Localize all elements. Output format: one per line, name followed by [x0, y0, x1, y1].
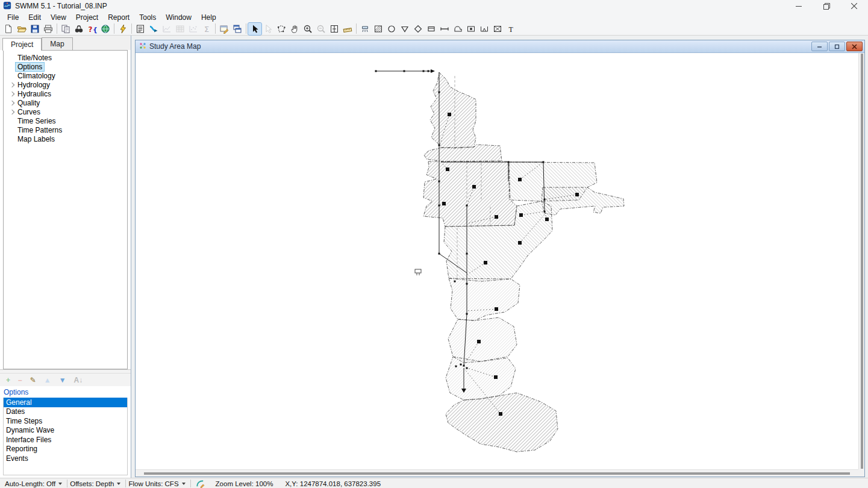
junction-node[interactable]: [508, 161, 510, 163]
subcatchment-centroid-node[interactable]: [495, 307, 498, 311]
options-item-interface-files[interactable]: Interface Files: [4, 435, 127, 445]
subcatchment-centroid-node[interactable]: [442, 202, 446, 205]
profile-plot-button[interactable]: [147, 23, 160, 35]
copy-button[interactable]: [59, 23, 72, 35]
add-label-button[interactable]: T: [504, 23, 517, 35]
add-pump-button[interactable]: [451, 23, 464, 35]
offsets-selector[interactable]: Offsets: Depth: [67, 478, 125, 488]
flow-units-selector[interactable]: Flow Units: CFS: [126, 478, 190, 488]
junction-node[interactable]: [439, 253, 440, 255]
restore-button[interactable]: [813, 0, 840, 12]
print-button[interactable]: [42, 23, 55, 35]
minimize-button[interactable]: [785, 0, 813, 12]
subcatchment-centroid-node[interactable]: [495, 215, 498, 219]
subcatchment-polygon[interactable]: [446, 357, 516, 400]
tree-item-quality[interactable]: Quality: [4, 98, 127, 107]
expand-chevron-icon[interactable]: [8, 108, 16, 116]
arrange-windows-button[interactable]: [231, 23, 244, 35]
edit-item-button[interactable]: ✎: [30, 376, 36, 384]
study-area-map-canvas[interactable]: [136, 53, 858, 469]
subcatchment-polygon[interactable]: [430, 72, 476, 148]
tree-item-hydraulics[interactable]: Hydraulics: [4, 89, 127, 98]
menu-tools[interactable]: Tools: [134, 13, 161, 22]
options-item-general[interactable]: General: [4, 398, 127, 407]
options-item-dynamic-wave[interactable]: Dynamic Wave: [4, 426, 127, 436]
expand-chevron-icon[interactable]: [8, 81, 16, 89]
map-minimize-button[interactable]: [811, 42, 828, 51]
add-weir-button[interactable]: [478, 23, 491, 35]
junction-node[interactable]: [466, 368, 468, 369]
add-outlet-button[interactable]: [491, 23, 504, 35]
junction-node[interactable]: [439, 92, 440, 93]
add-storage-unit-button[interactable]: [425, 23, 438, 35]
menu-view[interactable]: View: [46, 13, 71, 22]
map-horizontal-scrollbar[interactable]: [136, 469, 858, 477]
full-extent-button[interactable]: [328, 23, 341, 35]
add-outfall-button[interactable]: [398, 23, 411, 35]
subcatchment-centroid-node[interactable]: [484, 261, 487, 264]
select-region-button[interactable]: [275, 23, 288, 35]
junction-node[interactable]: [439, 145, 440, 146]
junction-node[interactable]: [543, 161, 545, 163]
tree-item-curves[interactable]: Curves: [4, 107, 127, 116]
map-options-button[interactable]: [217, 23, 231, 35]
subcatchment-polygon[interactable]: [423, 161, 517, 227]
rain-gage-symbol[interactable]: [415, 269, 421, 275]
query-map-button[interactable]: ?{: [86, 23, 99, 35]
tree-item-hydrology[interactable]: Hydrology: [4, 80, 127, 89]
subcatchment-centroid-node[interactable]: [519, 213, 523, 217]
close-button[interactable]: [840, 0, 868, 12]
junction-node[interactable]: [439, 205, 440, 207]
menu-report[interactable]: Report: [103, 13, 134, 22]
map-restore-button[interactable]: [829, 42, 845, 51]
subcatchment-polygon[interactable]: [448, 318, 517, 363]
subcatchment-centroid-node[interactable]: [446, 167, 449, 171]
options-item-reporting[interactable]: Reporting: [4, 445, 127, 454]
map-window-title-bar[interactable]: Study Area Map: [136, 40, 864, 53]
select-object-button[interactable]: [248, 23, 261, 35]
tree-item-map-labels[interactable]: Map Labels: [4, 134, 127, 143]
subcatchment-centroid-node[interactable]: [472, 185, 476, 189]
overview-map-button[interactable]: [99, 23, 112, 35]
find-object-button[interactable]: [72, 23, 86, 35]
junction-node[interactable]: [404, 70, 405, 72]
tab-map[interactable]: Map: [42, 37, 72, 50]
options-item-events[interactable]: Events: [4, 454, 127, 463]
junction-node[interactable]: [428, 70, 429, 72]
tab-project[interactable]: Project: [2, 38, 42, 51]
menu-help[interactable]: Help: [196, 13, 221, 22]
menu-file[interactable]: File: [2, 13, 23, 22]
map-close-button[interactable]: [846, 42, 863, 51]
junction-node[interactable]: [454, 281, 456, 283]
menu-edit[interactable]: Edit: [23, 13, 46, 22]
subcatchment-polygon[interactable]: [449, 278, 520, 321]
add-divider-button[interactable]: [411, 23, 425, 35]
subcatchment-centroid-node[interactable]: [448, 113, 451, 116]
junction-node[interactable]: [466, 253, 468, 255]
move-down-button[interactable]: ▼: [59, 376, 66, 384]
subcatchment-polygon[interactable]: [446, 393, 558, 452]
tree-item-title-notes[interactable]: Title/Notes: [4, 53, 127, 62]
open-project-button[interactable]: [15, 23, 28, 35]
subcatchment-centroid-node[interactable]: [545, 217, 549, 221]
add-orifice-button[interactable]: [464, 23, 478, 35]
junction-node[interactable]: [463, 365, 465, 367]
options-item-time-steps[interactable]: Time Steps: [4, 416, 127, 426]
junction-node[interactable]: [544, 199, 546, 201]
subcatchment-centroid-node[interactable]: [575, 193, 579, 196]
menu-window[interactable]: Window: [161, 13, 196, 22]
junction-node[interactable]: [466, 313, 468, 315]
tree-item-time-series[interactable]: Time Series: [4, 116, 127, 125]
tree-item-options[interactable]: Options: [4, 62, 127, 71]
expand-chevron-icon[interactable]: [8, 99, 16, 107]
add-rain-gage-button[interactable]: [358, 23, 372, 35]
junction-node[interactable]: [466, 283, 468, 285]
add-conduit-button[interactable]: [438, 23, 451, 35]
tree-item-climatology[interactable]: Climatology: [4, 71, 127, 80]
subcatchment-centroid-node[interactable]: [518, 241, 522, 245]
options-item-dates[interactable]: Dates: [4, 407, 127, 417]
junction-node[interactable]: [544, 211, 546, 213]
junction-node[interactable]: [460, 364, 462, 366]
panel-splitter[interactable]: [0, 369, 131, 374]
add-subcatchment-button[interactable]: [372, 23, 385, 35]
